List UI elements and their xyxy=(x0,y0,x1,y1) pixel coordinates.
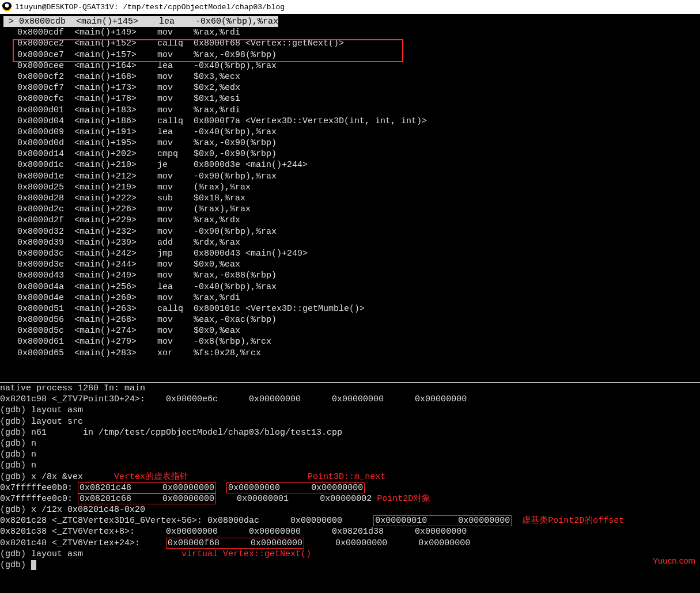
asm-row: 0x8000cee <main()+164> lea -0x40(%rbp),%… xyxy=(3,60,700,71)
asm-row: 0x8000d0d <main()+195> mov %rax,-0x90(%r… xyxy=(3,138,700,149)
gdb-mem-row: 0x8201c38 <_ZTV6Vertex+8>: 0x00000000 0x… xyxy=(0,526,700,537)
annotation-point2d-obj: Point2D对象 xyxy=(377,494,430,504)
box-mnext: 0x00000000 0x00000000 xyxy=(226,482,365,493)
gdb-prompt: (gdb) layout asm xyxy=(0,405,700,416)
asm-row: 0x8000d14 <main()+202> cmpq $0x0,-0x90(%… xyxy=(3,149,700,159)
window-titlebar: liuyun@DESKTOP-Q5AT31V: /tmp/test/cppObj… xyxy=(0,0,700,14)
asm-row: 0x8000d32 <main()+232> mov -0x90(%rbp),%… xyxy=(3,226,700,237)
gdb-prompt: (gdb) n xyxy=(0,460,700,471)
box-vtbl-ptr: 0x08201c48 0x00000000 xyxy=(78,482,216,493)
asm-row: 0x8000d51 <main()+263> callq 0x800101c <… xyxy=(3,303,700,314)
asm-row: 0x8000ce2 <main()+152> callq 0x8000f68 <… xyxy=(3,38,700,49)
asm-row: 0x8000ce7 <main()+157> mov %rax,-0x98(%r… xyxy=(3,50,700,60)
annotation-virtual-getnext: virtual Vertex::getNext() xyxy=(181,549,311,559)
asm-row: 0x8000d5c <main()+274> mov $0x0,%eax xyxy=(3,325,700,336)
gdb-prompt: (gdb) n xyxy=(0,449,700,460)
gdb-mem-line: 0x8201c98 <_ZTV7Point3D+24>: 0x08000e6c … xyxy=(0,394,700,405)
asm-row: 0x8000cfc <main()+178> mov $0x1,%esi xyxy=(3,93,700,104)
asm-row: 0x8000cdb <main()+145> lea -0x60(%rbp),%… xyxy=(3,16,278,27)
gdb-mem-row: 0x7fffffee0b0: 0x08201c48 0x00000000 0x0… xyxy=(0,482,700,493)
status-line: native process 1280 In: main xyxy=(0,383,700,394)
annotation-vbase-offset: 虚基类Point2D的offset xyxy=(522,516,624,526)
asm-row: 0x8000d4e <main()+260> mov %rax,%rdi xyxy=(3,292,700,303)
asm-row: 0x8000d3e <main()+244> mov $0x0,%eax xyxy=(3,259,700,270)
asm-row: 0x8000d43 <main()+249> mov %rax,-0x88(%r… xyxy=(3,270,700,281)
gdb-prompt: (gdb) layout src xyxy=(0,416,700,427)
asm-row: 0x8000d39 <main()+239> add %rdx,%rax xyxy=(3,237,700,248)
gdb-output[interactable]: 0x8201c98 <_ZTV7Point3D+24>: 0x08000e6c … xyxy=(0,394,700,571)
box-getnext-fn: 0x08000f68 0x00000000 xyxy=(166,538,304,549)
asm-row: 0x8000d2f <main()+229> mov %rax,%rdx xyxy=(3,215,700,226)
asm-row: 0x8000d4a <main()+256> lea -0x40(%rbp),%… xyxy=(3,282,700,292)
gdb-prompt: (gdb) layout asm virtual Vertex::getNext… xyxy=(0,549,700,560)
asm-row: 0x8000d1c <main()+210> je 0x8000d3e <mai… xyxy=(3,159,700,170)
asm-row: 0x8000d25 <main()+219> mov (%rax),%rax xyxy=(3,182,700,193)
asm-row: 0x8000d65 <main()+283> xor %fs:0x28,%rcx xyxy=(3,348,700,359)
gdb-mem-row: 0x8201c48 <_ZTV6Vertex+24>: 0x08000f68 0… xyxy=(0,538,700,549)
annotation-vtable-ptr: Vertex的虚表指针 xyxy=(114,472,188,482)
asm-row: 0x8000d1e <main()+212> mov -0x90(%rbp),%… xyxy=(3,171,700,182)
gdb-prompt: (gdb) n61 in /tmp/test/cppObjectModel/ch… xyxy=(0,427,700,438)
box-vtbl-ptr2: 0x08201c68 0x00000000 xyxy=(78,493,216,504)
asm-row: 0x8000cf2 <main()+168> mov $0x3,%ecx xyxy=(3,71,700,82)
asm-row: 0x8000d04 <main()+186> callq 0x8000f7a <… xyxy=(3,116,700,127)
asm-row: 0x8000cdf <main()+149> mov %rax,%rdi xyxy=(3,27,700,38)
asm-row: 0x8000d28 <main()+222> sub $0x18,%rax xyxy=(3,193,700,204)
gdb-prompt: (gdb) n xyxy=(0,438,700,449)
gdb-mem-row: 0x8201c28 <_ZTC8Vertex3D16_6Vertex+56>: … xyxy=(0,515,700,526)
title-text: liuyun@DESKTOP-Q5AT31V: /tmp/test/cppObj… xyxy=(15,3,285,12)
asm-row: 0x8000d61 <main()+279> mov -0x8(%rbp),%r… xyxy=(3,336,700,347)
gdb-prompt-cursor[interactable]: (gdb) xyxy=(0,560,700,571)
asm-row: 0x8000d2c <main()+226> mov (%rax),%rax xyxy=(3,204,700,215)
box-offset: 0x00000010 0x00000000 xyxy=(373,515,512,526)
gdb-mem-row: 0x7fffffee0c0: 0x08201c68 0x00000000 0x0… xyxy=(0,493,700,504)
gdb-prompt: (gdb) x /12x 0x08201c48-0x20 xyxy=(0,504,700,515)
tux-icon xyxy=(2,2,12,12)
asm-row: 0x8000d56 <main()+268> mov %eax,-0xac(%r… xyxy=(3,314,700,325)
watermark: Yuucn.com xyxy=(653,556,695,565)
gdb-prompt: (gdb) x /8x &vex Vertex的虚表指针 Point3D::m_… xyxy=(0,472,700,482)
disassembly-panel[interactable]: 0x8000cdb <main()+145> lea -0x60(%rbp),%… xyxy=(0,14,700,382)
asm-row: 0x8000cf7 <main()+173> mov $0x2,%edx xyxy=(3,82,700,93)
asm-row: 0x8000d09 <main()+191> lea -0x40(%rbp),%… xyxy=(3,127,700,138)
asm-row: 0x8000d01 <main()+183> mov %rax,%rdi xyxy=(3,105,700,116)
annotation-mnext: Point3D::m_next xyxy=(308,472,385,482)
asm-row: 0x8000d3c <main()+242> jmp 0x8000d43 <ma… xyxy=(3,248,700,259)
